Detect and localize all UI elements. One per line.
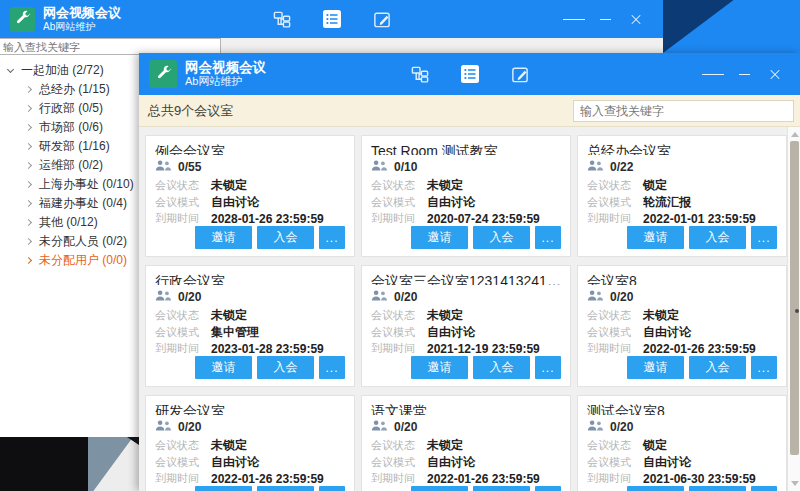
- join-button[interactable]: 入会: [257, 356, 314, 379]
- more-button[interactable]: ...: [535, 356, 561, 379]
- chevron-right-icon[interactable]: [25, 219, 32, 226]
- edit-icon: [510, 65, 530, 84]
- meeting-list-icon: [322, 9, 342, 29]
- compose-button[interactable]: [509, 63, 531, 85]
- rooms-grid: 例会会议室 0/55 会议状态 未锁定 会议模式 自由讨论 到期时间 2028-…: [139, 127, 787, 491]
- more-button[interactable]: ...: [319, 226, 345, 249]
- chevron-right-icon[interactable]: [25, 238, 32, 245]
- more-button[interactable]: ...: [751, 356, 777, 379]
- room-name: 行政会议室: [155, 273, 345, 285]
- invite-button[interactable]: 邀请: [627, 486, 684, 491]
- participant-count: 0/55: [178, 160, 201, 174]
- join-button[interactable]: 入会: [257, 226, 314, 249]
- close-button[interactable]: [764, 64, 786, 84]
- invite-button[interactable]: 邀请: [195, 356, 252, 379]
- contacts-view-button[interactable]: [271, 8, 293, 30]
- chevron-right-icon[interactable]: [25, 200, 32, 207]
- scrollbar-thumb[interactable]: [790, 141, 799, 455]
- chevron-right-icon[interactable]: [25, 257, 32, 264]
- join-button[interactable]: 入会: [689, 356, 746, 379]
- participants-icon: [371, 289, 388, 302]
- mode-label: 会议模式: [587, 195, 643, 210]
- tree-item-label: 总经办 (1/15): [39, 81, 110, 98]
- menu-button[interactable]: [702, 64, 724, 84]
- minimize-button[interactable]: [733, 64, 755, 84]
- invite-button[interactable]: 邀请: [195, 226, 252, 249]
- chevron-right-icon[interactable]: [25, 181, 32, 188]
- join-button[interactable]: 入会: [689, 486, 746, 491]
- background-window-titlebar[interactable]: 网会视频会议 Ab网站维护: [0, 0, 663, 38]
- participant-count: 0/20: [610, 420, 633, 434]
- more-button[interactable]: ...: [535, 486, 561, 491]
- join-button[interactable]: 入会: [473, 486, 530, 491]
- participants-icon-slot: [155, 288, 172, 306]
- status-label: 会议状态: [155, 178, 211, 193]
- scroll-up-icon[interactable]: [791, 132, 799, 137]
- join-button[interactable]: 入会: [689, 226, 746, 249]
- menu-button[interactable]: [563, 9, 585, 29]
- mode-label: 会议模式: [155, 325, 211, 340]
- participants-icon: [371, 419, 388, 432]
- participants-icon: [587, 419, 604, 432]
- more-button[interactable]: ...: [319, 486, 345, 491]
- invite-button[interactable]: 邀请: [627, 226, 684, 249]
- expire-value: 2021-06-30 23:59:59: [643, 472, 756, 486]
- room-count-summary: 总共9个会议室: [148, 102, 233, 120]
- expire-value: 2028-01-26 23:59:59: [211, 212, 324, 226]
- status-value: 未锁定: [427, 307, 463, 324]
- join-button[interactable]: 入会: [473, 356, 530, 379]
- expire-label: 到期时间: [371, 211, 427, 226]
- invite-button[interactable]: 邀请: [411, 226, 468, 249]
- chevron-right-icon[interactable]: [25, 105, 32, 112]
- status-label: 会议状态: [155, 308, 211, 323]
- more-button[interactable]: ...: [535, 226, 561, 249]
- wallpaper-bottom-left: [0, 437, 139, 491]
- expire-value: 2022-01-26 23:59:59: [643, 342, 756, 356]
- participants-icon-slot: [155, 418, 172, 436]
- vertical-scrollbar[interactable]: [787, 127, 800, 491]
- participants-icon-slot: [587, 288, 604, 306]
- invite-button[interactable]: 邀请: [411, 356, 468, 379]
- chevron-right-icon[interactable]: [25, 143, 32, 150]
- contacts-view-button[interactable]: [409, 63, 431, 85]
- expire-label: 到期时间: [371, 471, 427, 486]
- status-value: 未锁定: [427, 177, 463, 194]
- mode-value: 自由讨论: [427, 454, 475, 471]
- join-button[interactable]: 入会: [473, 226, 530, 249]
- wallpaper-black-block: [0, 437, 88, 491]
- tree-item-label: 未分配人员 (0/2): [39, 233, 127, 250]
- summary-bar: 总共9个会议室: [139, 95, 800, 127]
- more-button[interactable]: ...: [319, 356, 345, 379]
- more-button[interactable]: ...: [751, 486, 777, 491]
- scroll-down-icon[interactable]: [791, 481, 799, 486]
- participant-count: 0/20: [610, 290, 633, 304]
- expire-label: 到期时间: [587, 471, 643, 486]
- mode-label: 会议模式: [371, 455, 427, 470]
- chevron-right-icon[interactable]: [25, 124, 32, 131]
- invite-button[interactable]: 邀请: [195, 486, 252, 491]
- participants-icon-slot: [155, 158, 172, 176]
- more-button[interactable]: ...: [751, 226, 777, 249]
- join-button[interactable]: 入会: [257, 486, 314, 491]
- expire-label: 到期时间: [587, 211, 643, 226]
- room-search-input[interactable]: [573, 100, 794, 122]
- invite-button[interactable]: 邀请: [627, 356, 684, 379]
- tree-item-label: 行政部 (0/5): [39, 100, 103, 117]
- invite-button[interactable]: 邀请: [411, 486, 468, 491]
- expire-label: 到期时间: [155, 341, 211, 356]
- meeting-room-card: 行政会议室 0/20 会议状态 未锁定 会议模式 集中管理 到期时间 2023-…: [145, 265, 355, 387]
- chevron-down-icon[interactable]: [7, 66, 14, 73]
- room-name: 研发会议室: [155, 403, 345, 415]
- close-button[interactable]: [625, 9, 647, 29]
- meetings-view-button-active[interactable]: [459, 63, 481, 85]
- minimize-button[interactable]: [594, 9, 616, 29]
- chevron-right-icon[interactable]: [25, 86, 32, 93]
- meeting-room-card: 研发会议室 0/20 会议状态 未锁定 会议模式 自由讨论 到期时间 2022-…: [145, 395, 355, 491]
- meeting-window-titlebar[interactable]: 网会视频会议 Ab网站维护: [139, 53, 800, 95]
- compose-button[interactable]: [371, 8, 393, 30]
- meetings-view-button[interactable]: [321, 8, 343, 30]
- mode-value: 自由讨论: [643, 454, 691, 471]
- chevron-right-icon[interactable]: [25, 162, 32, 169]
- participants-icon: [587, 289, 604, 302]
- tree-item-label: 研发部 (1/16): [39, 138, 110, 155]
